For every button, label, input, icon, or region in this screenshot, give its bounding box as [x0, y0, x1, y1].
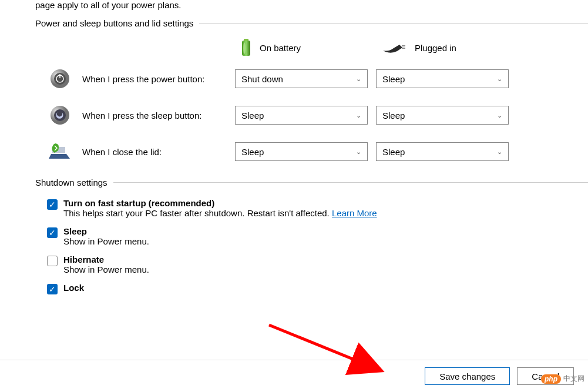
select-value: Sleep — [241, 147, 264, 157]
checkbox-fast-startup[interactable]: ✓ — [47, 199, 58, 210]
intro-text: page apply to all of your power plans. — [35, 0, 588, 10]
divider — [199, 23, 588, 24]
chevron-down-icon: ⌄ — [497, 112, 502, 119]
select-value: Sleep — [382, 74, 405, 84]
checkbox-sleep[interactable]: ✓ — [47, 227, 58, 238]
chevron-down-icon: ⌄ — [356, 112, 361, 119]
column-label: Plugged in — [415, 43, 456, 53]
checkbox-subtitle: Show in Power menu. — [63, 264, 149, 274]
divider — [113, 182, 588, 183]
checkbox-row-sleep: ✓ Sleep Show in Power menu. — [47, 226, 588, 251]
select-sleep-plugged[interactable]: Sleep ⌄ — [376, 106, 509, 125]
checkbox-title: Turn on fast startup (recommended) — [63, 198, 377, 208]
select-power-plugged[interactable]: Sleep ⌄ — [376, 69, 509, 88]
column-label: On battery — [260, 43, 301, 53]
cancel-button[interactable]: Cancel — [517, 367, 574, 385]
checkbox-title: Hibernate — [63, 254, 149, 264]
select-value: Sleep — [382, 147, 405, 157]
section-title: Power and sleep buttons and lid settings — [35, 18, 199, 28]
checkbox-subtitle: Show in Power menu. — [63, 236, 149, 246]
chevron-down-icon: ⌄ — [356, 148, 361, 156]
chevron-down-icon: ⌄ — [497, 148, 502, 156]
checkbox-lock[interactable]: ✓ — [47, 284, 58, 294]
svg-point-2 — [243, 42, 246, 54]
row-sleep-button: When I press the sleep button: Sleep ⌄ S… — [35, 105, 588, 126]
select-value: Sleep — [382, 110, 405, 120]
checkbox-row-lock: ✓ Lock — [47, 283, 588, 294]
sleep-button-icon — [47, 105, 73, 126]
row-label: When I close the lid: — [82, 147, 235, 157]
battery-icon — [241, 39, 251, 56]
checkbox-subtitle: This helps start your PC faster after sh… — [63, 208, 377, 218]
columns-header: On battery Plugged in — [35, 39, 588, 56]
checkbox-title: Sleep — [63, 226, 149, 236]
chevron-down-icon: ⌄ — [497, 75, 502, 83]
svg-rect-4 — [402, 48, 405, 49]
select-lid-battery[interactable]: Sleep ⌄ — [235, 142, 368, 161]
svg-point-10 — [54, 109, 66, 121]
save-changes-button[interactable]: Save changes — [425, 367, 510, 385]
row-label: When I press the sleep button: — [82, 110, 235, 120]
row-close-lid: When I close the lid: Sleep ⌄ Sleep ⌄ — [35, 141, 588, 162]
plug-icon — [382, 42, 406, 53]
checkbox-row-hibernate: Hibernate Show in Power menu. — [47, 254, 588, 279]
section-title: Shutdown settings — [35, 177, 113, 187]
row-label: When I press the power button: — [82, 74, 235, 84]
select-value: Sleep — [241, 110, 264, 120]
select-value: Shut down — [241, 74, 283, 84]
laptop-lid-icon — [47, 141, 73, 162]
select-lid-plugged[interactable]: Sleep ⌄ — [376, 142, 509, 161]
learn-more-link[interactable]: Learn More — [332, 208, 377, 218]
power-button-icon — [47, 68, 73, 89]
section-power-buttons-header: Power and sleep buttons and lid settings — [35, 18, 588, 28]
checkbox-hibernate[interactable] — [47, 256, 58, 266]
column-plugged-in: Plugged in — [382, 42, 523, 53]
section-shutdown-header: Shutdown settings — [35, 177, 588, 187]
column-on-battery: On battery — [241, 39, 382, 56]
chevron-down-icon: ⌄ — [356, 75, 361, 83]
checkbox-row-fast-startup: ✓ Turn on fast startup (recommended) Thi… — [47, 198, 588, 223]
select-power-battery[interactable]: Shut down ⌄ — [235, 69, 368, 88]
checkbox-title: Lock — [63, 283, 84, 293]
row-power-button: When I press the power button: Shut down… — [35, 68, 588, 89]
select-sleep-battery[interactable]: Sleep ⌄ — [235, 106, 368, 125]
footer: Save changes Cancel — [0, 360, 588, 392]
svg-rect-3 — [402, 45, 405, 46]
